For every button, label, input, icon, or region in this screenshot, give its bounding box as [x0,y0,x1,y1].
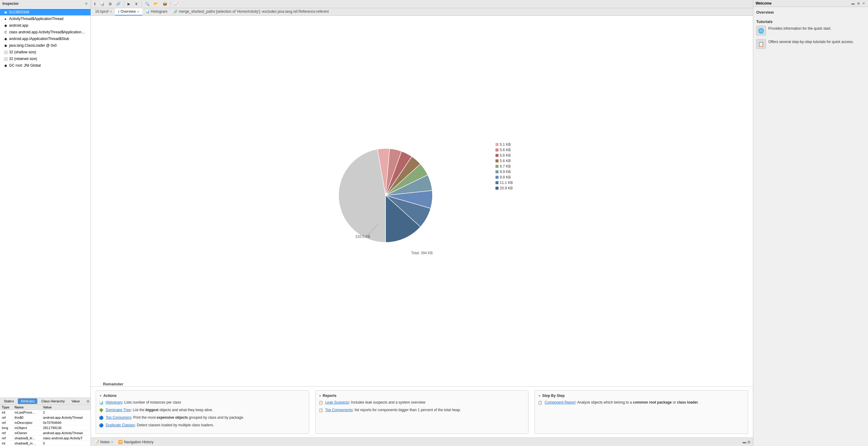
notes-tab[interactable]: 📝 Notes ✕ [93,439,115,445]
chart-total: Total: 394 KB [411,251,433,255]
overview-tab[interactable]: ℹ Overview ✕ [115,8,142,16]
cell-name: mLastProce… [13,410,41,415]
toolbar-sep3 [170,1,171,7]
overview-tab-label: Overview [121,9,136,13]
welcome-item-icon: 🌐 [756,26,766,35]
legend-label: 5.6 KB [500,148,510,152]
actions-item-text: Dominator Tree: List the biggest objects… [106,408,213,412]
bottom-minimize-btn[interactable]: ▬ [743,440,746,444]
toolbar-link-btn[interactable]: 🔗 [115,1,122,7]
tree-item-icon: ◉ [4,63,8,68]
attrs-maximize-btn[interactable]: ⊞ [87,399,89,403]
toolbar-folder-btn[interactable]: 📂 [152,1,160,7]
actions-item-icon: 🔵 [99,416,104,421]
table-row[interactable]: refthis$0android.app.ActivityThread [0,415,91,420]
cell-name: this$0 [13,415,41,420]
reports-item: 📋Top Components: list reports for compon… [319,408,525,413]
welcome-close-btn[interactable]: ✕ [862,1,866,5]
actions-section: ▼ Actions 📊Histogram: Lists number of in… [96,390,309,434]
legend-label: 6.7 KB [500,164,510,169]
reports-chevron[interactable]: ▼ [319,394,322,397]
stepbystep-item-link[interactable]: Component Report [545,400,575,405]
actions-item-link[interactable]: Duplicate Classes [106,423,135,427]
legend-dot [495,159,498,162]
actions-chevron[interactable]: ▼ [99,394,102,397]
attrs-tab-attributes[interactable]: Attributes [18,398,37,404]
attrs-tab-statics[interactable]: Statics [1,398,17,404]
tree-item[interactable]: ◉android.app [0,22,91,29]
notes-label: Notes [100,440,110,444]
overview-tab-close[interactable]: ✕ [137,10,139,13]
legend-dot [495,143,498,146]
bottom-bar: 📝 Notes ✕ 🔀 Navigation History ▬ ⊞ [91,438,753,446]
table-row[interactable]: refmDescriptor0x70764640 [0,420,91,425]
col-name: Name [13,405,41,410]
hprof-tab[interactable]: 16.hprof ✕ [92,8,115,16]
attrs-tab-value[interactable]: Value [69,398,82,404]
table-row[interactable]: refshadow$_kl…class android.app.Activity… [0,436,91,441]
reports-item-link[interactable]: Leak Suspects [325,400,349,405]
inspector-close-icon[interactable]: ✕ [85,1,88,6]
cell-name: mObject [13,425,41,430]
tree-item[interactable]: ▸ActivityThread$ApplicationThread [0,16,91,22]
cell-name: shadow$_kl… [13,436,41,441]
toolbar-package-btn[interactable]: 📦 [161,1,169,7]
col-type: Type [0,405,13,410]
legend-item: 5.6 KB [495,148,513,152]
toolbar-play-btn[interactable]: ▶ [126,1,132,7]
toolbar-search-btn[interactable]: 🔍 [144,1,151,7]
toolbar-table-btn[interactable]: ⊞ [107,1,113,7]
table-row[interactable]: intshadow$_m…0 [0,441,91,446]
tree-item[interactable]: ⬜32 (shallow size) [0,49,91,55]
pie-chart-svg: 310.5 KB [331,144,458,247]
tree-item[interactable]: ◉android.app.IApplicationThread$Stub [0,35,91,42]
attrs-tab-class-hierarchy[interactable]: Class Hierarchy [38,398,67,404]
actions-item-link[interactable]: Histogram [106,400,122,405]
bottom-maximize-btn[interactable]: ⊞ [747,440,750,444]
stepbystep-header: ▼ Step By Step [538,394,745,398]
tree-item-label: ActivityThread$ApplicationThread [9,16,63,22]
legend-item: 11.1 KB [495,181,513,185]
reports-item-text: Leak Suspects: includes leak suspects an… [325,400,426,405]
reports-header: ▼ Reports [319,394,525,398]
tree-item[interactable]: ◉GC root: JNI Global [0,62,91,69]
table-row[interactable]: longmObject2811799136 [0,425,91,430]
toolbar-chart-btn[interactable]: 📈 [173,1,180,7]
toolbar-histogram-btn[interactable]: 📊 [98,1,106,7]
merge-tab-label: merge_shortest_paths [selection of 'Home… [179,9,329,13]
table-row[interactable]: intmLastProce…2 [0,410,91,415]
stepbystep-item-text: Component Report: Analyze objects which … [545,400,699,405]
actions-item: 🌳Dominator Tree: List the biggest object… [99,408,306,413]
tree-item-label: class android.app.ActivityThread$Applica… [9,29,85,35]
nav-history-tab[interactable]: 🔀 Navigation History [117,439,154,445]
table-row[interactable]: refmOwnerandroid.app.ActivityThread [0,430,91,436]
actions-item-link[interactable]: Top Consumers [106,415,131,420]
notes-tab-close[interactable]: ✕ [111,440,113,444]
tree-item[interactable]: ⬜32 (retained size) [0,55,91,62]
toolbar-info-btn[interactable]: ℹ [93,1,97,7]
center-toolbar: ℹ 📊 ⊞ 🔗 ▶ ⏸ 🔍 📂 📦 📈 [91,0,753,8]
center-tabs: 16.hprof ✕ ℹ Overview ✕ 📊 Histogram 🔗 me… [91,8,753,16]
welcome-maximize-btn[interactable]: ⊞ [857,1,861,5]
legend-item: 5.6 KB [495,159,513,163]
reports-item-link[interactable]: Top Components [325,408,353,412]
histogram-tab[interactable]: 📊 Histogram [142,8,170,16]
cell-type: ref [0,420,13,425]
legend-dot [495,176,498,179]
merge-tab[interactable]: 🔗 merge_shortest_paths [selection of 'Ho… [170,8,332,16]
cell-value: android.app.ActivityThread [41,415,91,420]
welcome-title: Welcome [756,1,771,5]
stepbystep-chevron[interactable]: ▼ [538,394,541,397]
attrs-toolbar: StaticsAttributesClass HierarchyValue⊞ [0,398,91,405]
welcome-content: Overview Tutorials🌐Provides information … [753,7,868,446]
actions-item-link[interactable]: Dominator Tree [106,408,131,412]
toolbar-pause-btn[interactable]: ⏸ [133,1,140,7]
actions-item-text: Top Consumers: Print the most expensive … [106,415,244,420]
tree-item[interactable]: Cclass android.app.ActivityThread$Applic… [0,29,91,35]
welcome-minimize-btn[interactable]: ▬ [851,1,855,5]
tree-item[interactable]: ◉0x138033d8 [0,9,91,16]
hprof-tab-close[interactable]: ✕ [110,10,112,13]
tree-item[interactable]: ◉java.lang.ClassLoader @ 0x0 [0,42,91,49]
sections-row: ▼ Actions 📊Histogram: Lists number of in… [91,386,753,438]
legend-item: 5.1 KB [495,142,513,147]
